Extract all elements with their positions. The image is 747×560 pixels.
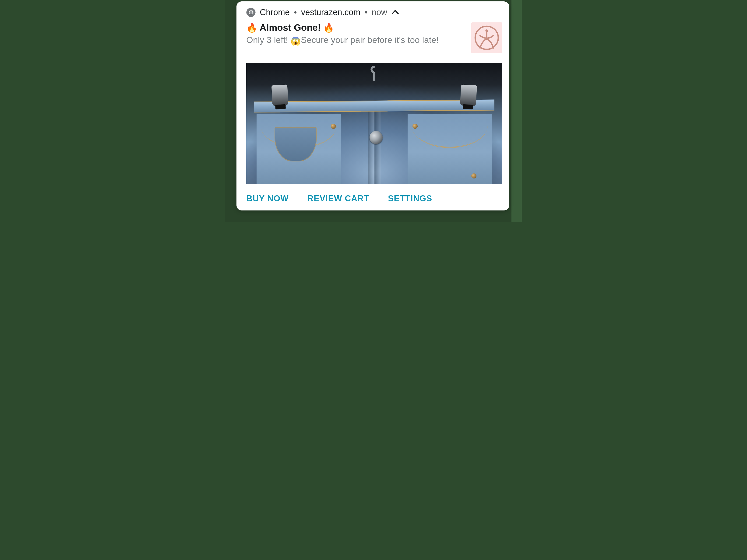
separator-dot: • bbox=[294, 7, 297, 17]
subtitle-after: Secure your pair before it's too late! bbox=[301, 35, 439, 45]
review-cart-button[interactable]: REVIEW CART bbox=[307, 194, 369, 204]
buy-now-button[interactable]: BUY NOW bbox=[246, 194, 289, 204]
source-domain: vesturazen.com bbox=[301, 7, 360, 17]
title-text: Almost Gone! bbox=[260, 22, 321, 33]
svg-point-3 bbox=[250, 11, 253, 14]
subtitle-before: Only 3 left! bbox=[246, 35, 291, 45]
separator-dot: • bbox=[365, 7, 368, 17]
fire-emoji-icon: 🔥 bbox=[246, 23, 257, 33]
app-logo bbox=[471, 22, 502, 53]
chevron-up-icon[interactable] bbox=[391, 8, 399, 16]
scream-emoji-icon: 😱 bbox=[291, 36, 301, 46]
settings-button[interactable]: SETTINGS bbox=[388, 194, 432, 204]
fire-emoji-icon: 🔥 bbox=[323, 23, 334, 33]
screen-background: Chrome • vesturazen.com • now 🔥 Almost G… bbox=[225, 0, 522, 222]
chrome-icon bbox=[246, 8, 256, 17]
notification-body: 🔥 Almost Gone! 🔥 Only 3 left! 😱Secure yo… bbox=[236, 17, 509, 53]
notification-title: 🔥 Almost Gone! 🔥 bbox=[246, 22, 464, 33]
notification-header: Chrome • vesturazen.com • now bbox=[236, 7, 509, 17]
notification-text: 🔥 Almost Gone! 🔥 Only 3 left! 😱Secure yo… bbox=[246, 22, 464, 46]
notification-subtitle: Only 3 left! 😱Secure your pair before it… bbox=[246, 35, 464, 46]
app-name: Chrome bbox=[260, 7, 290, 17]
notification-hero-image bbox=[246, 63, 502, 184]
notification-card[interactable]: Chrome • vesturazen.com • now 🔥 Almost G… bbox=[236, 1, 509, 211]
timestamp: now bbox=[371, 7, 387, 17]
notification-actions: BUY NOW REVIEW CART SETTINGS bbox=[236, 184, 509, 206]
